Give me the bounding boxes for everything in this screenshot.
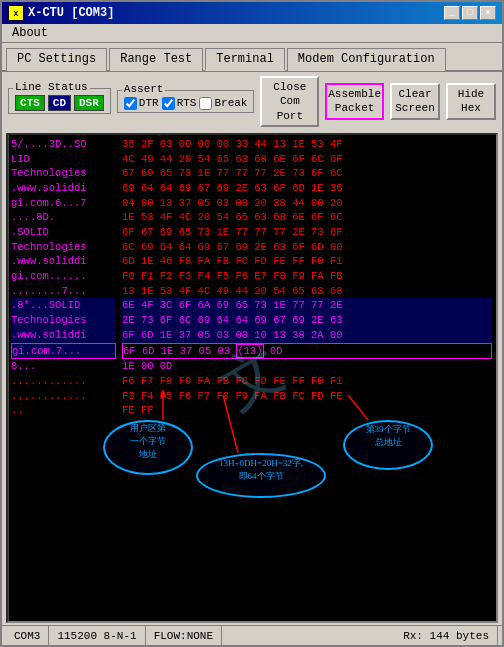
break-checkbox[interactable] xyxy=(199,97,212,110)
maximize-button[interactable]: □ xyxy=(462,6,478,20)
terminal-content[interactable]: 5/....3D..SO LID Technologies .www.solid… xyxy=(6,133,498,623)
assemble-packet-button[interactable]: Assemble Packet xyxy=(325,83,384,120)
text-line-12: Technologies xyxy=(11,313,116,328)
hex-line-15: 1E 00 0D xyxy=(122,359,492,374)
text-line-18: .. xyxy=(11,403,116,418)
hex-line-8: 6D 1E 46 F8 FA FB FC FD FE FF F0 F1 xyxy=(122,254,492,269)
hex-line-5: 1E 53 4F 4C 20 54 65 63 68 6E 6F 6C xyxy=(122,210,492,225)
hex-line-18: FE FF xyxy=(122,403,492,418)
cts-indicator: CTS xyxy=(15,95,45,111)
text-line-13: .www.soliddi xyxy=(11,328,116,343)
hex-line-0: 35 2F 03 00 00 00 33 44 13 1E 53 4F xyxy=(122,137,492,152)
dsr-indicator: DSR xyxy=(74,95,104,111)
rts-label: RTS xyxy=(177,97,197,109)
cd-indicator: CD xyxy=(48,95,71,111)
hex-line-9: F0 F1 F2 F3 F4 F5 F6 E7 F8 F9 FA FB xyxy=(122,269,492,284)
text-line-6: .SOLID xyxy=(11,225,116,240)
hex-line-3: 69 64 64 69 67 69 2E 63 6F 6D 1E 36 xyxy=(122,181,492,196)
dtr-label: DTR xyxy=(139,97,159,109)
text-line-15: 8... xyxy=(11,359,116,374)
text-line-1: LID xyxy=(11,152,116,167)
text-line-3: .www.soliddi xyxy=(11,181,116,196)
hide-label1: Hide xyxy=(458,87,484,101)
hex-line-12: 2E 73 6F 6C 69 64 64 69 67 69 2E 63 xyxy=(122,313,492,328)
status-port: COM3 xyxy=(6,626,49,645)
text-line-5: ....8D. xyxy=(11,210,116,225)
rts-check[interactable]: RTS xyxy=(162,97,197,110)
close-com-label2: Com Port xyxy=(268,94,311,123)
hide-hex-button[interactable]: Hide Hex xyxy=(446,83,496,120)
text-line-17: ............ xyxy=(11,389,116,404)
text-line-14: gi.com.7... xyxy=(11,343,116,360)
dtr-checkbox[interactable] xyxy=(124,97,137,110)
tabs-container: PC Settings Range Test Terminal Modem Co… xyxy=(2,43,502,72)
close-com-port-button[interactable]: Close Com Port xyxy=(260,76,319,127)
title-bar: X X-CTU [COM3] _ □ × xyxy=(2,2,502,24)
text-line-0: 5/....3D..SO xyxy=(11,137,116,152)
text-line-11: .8*...SOLID xyxy=(11,298,116,313)
tab-modem-config[interactable]: Modem Configuration xyxy=(287,48,446,71)
text-line-16: ............ xyxy=(11,374,116,389)
assert-checks: DTR RTS Break xyxy=(124,97,248,110)
hex-panel: 35 2F 03 00 00 00 33 44 13 1E 53 4F 4C 4… xyxy=(118,135,496,621)
main-window: X X-CTU [COM3] _ □ × About PC Settings R… xyxy=(0,0,504,647)
text-panel: 5/....3D..SO LID Technologies .www.solid… xyxy=(8,135,118,621)
title-bar-controls: _ □ × xyxy=(444,6,496,20)
window-title: X-CTU [COM3] xyxy=(28,6,114,20)
text-line-2: Technologies xyxy=(11,166,116,181)
hex-line-10: 13 1E 53 4F 4C 49 44 20 54 65 63 68 xyxy=(122,284,492,299)
toolbar: Line Status CTS CD DSR Assert DTR RTS xyxy=(2,72,502,131)
port-label: COM3 xyxy=(14,630,40,642)
rts-checkbox[interactable] xyxy=(162,97,175,110)
hex-line-14: 6F 6D 1E 37 05 03 (13) 0D xyxy=(122,343,492,360)
minimize-button[interactable]: _ xyxy=(444,6,460,20)
title-bar-left: X X-CTU [COM3] xyxy=(8,5,114,21)
line-status-indicators: CTS CD DSR xyxy=(15,95,104,111)
text-line-4: gi.com.6...7 xyxy=(11,196,116,211)
close-button[interactable]: × xyxy=(480,6,496,20)
tab-terminal[interactable]: Terminal xyxy=(205,48,285,71)
tab-pc-settings[interactable]: PC Settings xyxy=(6,48,107,71)
hide-label2: Hex xyxy=(461,101,481,115)
text-line-8: .www.soliddi xyxy=(11,254,116,269)
clear-label1: Clear xyxy=(398,87,431,101)
status-bar: COM3 115200 8-N-1 FLOW:NONE Rx: 144 byte… xyxy=(2,625,502,645)
text-line-9: gi.com...... xyxy=(11,269,116,284)
status-rx: Rx: 144 bytes xyxy=(395,626,498,645)
tab-range-test[interactable]: Range Test xyxy=(109,48,203,71)
hex-line-16: F6 F7 F8 F9 FA FB FC FD FE FF F0 F1 xyxy=(122,374,492,389)
line-status-label: Line Status xyxy=(13,81,90,93)
hex-line-7: 6C 69 64 64 69 67 69 2E 63 6F 6D 00 xyxy=(122,240,492,255)
close-com-label1: Close xyxy=(273,80,306,94)
clear-screen-button[interactable]: Clear Screen xyxy=(390,83,440,120)
assemble-label1: Assemble xyxy=(328,87,381,101)
app-icon: X xyxy=(8,5,24,21)
line-status-group: Line Status CTS CD DSR xyxy=(8,88,111,114)
hex-line-17: F3 F4 F5 F6 F7 F8 F9 FA FB FC FD FE xyxy=(122,389,492,404)
status-baud: 115200 8-N-1 xyxy=(49,626,145,645)
hex-line-4: 04 00 13 37 05 03 00 20 38 44 00 20 xyxy=(122,196,492,211)
status-flow: FLOW:NONE xyxy=(146,626,222,645)
menu-about[interactable]: About xyxy=(6,24,54,42)
baud-label: 115200 8-N-1 xyxy=(57,630,136,642)
clear-label2: Screen xyxy=(395,101,435,115)
hex-line-1: 4C 49 44 20 54 65 63 68 6E 6F 6C 6F xyxy=(122,152,492,167)
assemble-label2: Packet xyxy=(335,101,375,115)
assert-group: Assert DTR RTS Break xyxy=(117,90,255,113)
hex-line-2: 67 69 65 73 1E 77 77 77 2E 73 6F 6C xyxy=(122,166,492,181)
assert-label: Assert xyxy=(122,83,166,95)
break-label: Break xyxy=(214,97,247,109)
hex-line-13: 6F 6D 1E 37 05 03 00 10 13 38 2A 00 xyxy=(122,328,492,343)
hex-line-11: 6E 4F 3C 6F 6A 69 65 73 1E 77 77 2E xyxy=(122,298,492,313)
text-line-10: ........7... xyxy=(11,284,116,299)
menu-bar: About xyxy=(2,24,502,43)
flow-label: FLOW:NONE xyxy=(154,630,213,642)
rx-label: Rx: 144 bytes xyxy=(403,630,489,642)
break-check[interactable]: Break xyxy=(199,97,247,110)
text-line-7: Technologies xyxy=(11,240,116,255)
dtr-check[interactable]: DTR xyxy=(124,97,159,110)
hex-line-6: 6F 67 69 65 73 1E 77 77 77 2E 73 6F xyxy=(122,225,492,240)
